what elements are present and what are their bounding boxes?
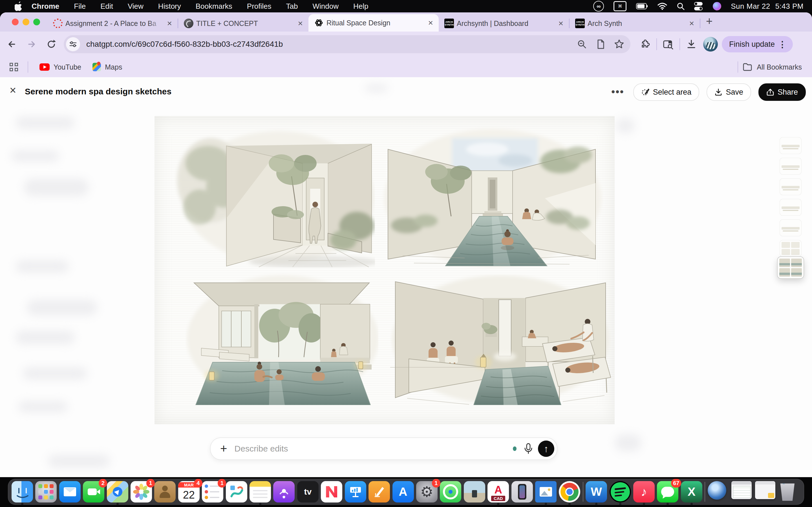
dock-item-apple-tv[interactable]: tv bbox=[297, 481, 319, 503]
browser-menu-kebab-icon[interactable]: ⋮ bbox=[775, 40, 790, 49]
tab-search-icon[interactable] bbox=[660, 36, 676, 52]
thumbnail-elevation-4[interactable] bbox=[780, 199, 801, 216]
menu-bookmarks[interactable]: Bookmarks bbox=[188, 2, 240, 11]
thumbnail-elevation-2[interactable] bbox=[780, 158, 801, 174]
siri-icon[interactable] bbox=[713, 2, 721, 10]
dock-item-chrome[interactable] bbox=[559, 481, 580, 503]
reading-mode-icon[interactable] bbox=[593, 37, 608, 52]
menu-window[interactable]: Window bbox=[305, 2, 346, 11]
finish-update-button[interactable]: Finish update ⋮ bbox=[722, 36, 793, 52]
tab-close-icon[interactable]: × bbox=[688, 19, 696, 27]
share-button[interactable]: Share bbox=[758, 83, 806, 101]
generated-image-canvas[interactable] bbox=[154, 116, 615, 424]
dock-minimized-finder-window[interactable] bbox=[755, 481, 776, 503]
menu-history[interactable]: History bbox=[151, 2, 188, 11]
site-settings-icon[interactable] bbox=[66, 37, 80, 51]
dock-item-notes[interactable] bbox=[250, 481, 271, 503]
dock-item-photos[interactable]: 1 bbox=[131, 481, 152, 503]
dock-item-maps[interactable] bbox=[107, 481, 128, 503]
describe-edits-input[interactable] bbox=[234, 444, 513, 454]
dock-item-autocad[interactable]: A CAD bbox=[488, 481, 509, 503]
dock-item-finder[interactable] bbox=[11, 481, 33, 503]
tab-title-concept[interactable]: TITLE + CONCEPT × bbox=[178, 15, 308, 32]
minimize-window-button[interactable] bbox=[22, 18, 29, 25]
dock-item-spotify[interactable] bbox=[610, 481, 631, 503]
apple-menu-icon[interactable] bbox=[15, 1, 23, 11]
dock-item-image-capture[interactable] bbox=[535, 481, 557, 503]
dock-item-excel[interactable]: X bbox=[681, 481, 702, 503]
all-bookmarks-label[interactable]: All Bookmarks bbox=[757, 63, 802, 71]
dock-item-calendar[interactable]: MAR 22 4 bbox=[178, 481, 200, 503]
dock-minimized-globe-window[interactable] bbox=[708, 481, 729, 503]
close-viewer-icon[interactable]: × bbox=[10, 84, 16, 96]
window-manager-icon[interactable]: ⌘ bbox=[613, 1, 626, 11]
dock-item-contacts[interactable] bbox=[154, 481, 175, 503]
dock-item-reminders[interactable]: 1 bbox=[202, 481, 223, 503]
menu-bar-clock[interactable]: Sun Mar 22 5:43 PM bbox=[731, 2, 804, 11]
dock-item-gallery[interactable] bbox=[464, 481, 485, 503]
dock-item-app-store[interactable]: A bbox=[393, 481, 414, 503]
dock-item-system-settings[interactable]: ⚙ 1 bbox=[416, 481, 438, 503]
close-window-button[interactable] bbox=[12, 18, 18, 25]
address-bar[interactable]: chatgpt.com/c/69c07c6d-f560-832b-bb03-c2… bbox=[64, 35, 630, 53]
thumbnail-sketch-grid-light[interactable] bbox=[780, 240, 801, 257]
menu-chrome[interactable]: Chrome bbox=[23, 2, 66, 11]
thumbnail-sketch-grid-selected[interactable] bbox=[777, 257, 804, 278]
control-center-icon[interactable] bbox=[694, 2, 703, 10]
menu-view[interactable]: View bbox=[120, 2, 151, 11]
dock-item-iphone-mirroring[interactable] bbox=[511, 481, 533, 503]
tab-arch-synth[interactable]: ARCH SYNTH Arch Synth × bbox=[569, 15, 700, 32]
tab-ritual-space-design[interactable]: Ritual Space Design × bbox=[308, 14, 439, 32]
zoom-page-icon[interactable] bbox=[574, 37, 589, 52]
tab-close-icon[interactable]: × bbox=[165, 19, 174, 27]
new-tab-button[interactable]: + bbox=[706, 15, 712, 27]
dock-item-keynote[interactable] bbox=[345, 481, 366, 503]
dock-item-news[interactable] bbox=[321, 481, 342, 503]
thumbnail-elevation-1[interactable] bbox=[780, 137, 801, 154]
dock-minimized-excel-window[interactable] bbox=[731, 481, 753, 503]
reload-button[interactable] bbox=[43, 36, 59, 52]
forward-button[interactable] bbox=[24, 36, 40, 52]
dock-item-find-my[interactable] bbox=[440, 481, 461, 503]
spotlight-icon[interactable] bbox=[677, 2, 684, 10]
profile-avatar[interactable] bbox=[703, 37, 718, 52]
extensions-icon[interactable] bbox=[637, 36, 653, 52]
wifi-icon[interactable] bbox=[658, 3, 667, 10]
dock-item-music[interactable]: ♪ bbox=[633, 481, 655, 503]
tab-close-icon[interactable]: × bbox=[296, 19, 305, 27]
send-button[interactable]: ↑ bbox=[538, 441, 554, 457]
back-button[interactable] bbox=[4, 36, 20, 52]
edit-prompt-composer[interactable]: + ↑ bbox=[210, 438, 557, 460]
dock-item-launchpad[interactable] bbox=[35, 481, 57, 503]
url-text[interactable]: chatgpt.com/c/69c07c6d-f560-832b-bb03-c2… bbox=[86, 40, 574, 49]
battery-icon[interactable] bbox=[636, 3, 648, 9]
dock-item-mail[interactable] bbox=[59, 481, 81, 503]
downloads-icon[interactable] bbox=[683, 36, 699, 52]
menu-profiles[interactable]: Profiles bbox=[240, 2, 279, 11]
dock-item-word[interactable]: W bbox=[586, 481, 607, 503]
apps-grid-icon[interactable] bbox=[10, 63, 18, 71]
thumbnail-elevation-3[interactable] bbox=[780, 179, 801, 195]
tab-close-icon[interactable]: × bbox=[426, 18, 435, 27]
fullscreen-window-button[interactable] bbox=[33, 18, 40, 25]
dock-item-podcasts[interactable] bbox=[273, 481, 295, 503]
menu-edit[interactable]: Edit bbox=[93, 2, 120, 11]
dictate-mic-icon[interactable] bbox=[524, 443, 533, 454]
attach-plus-icon[interactable]: + bbox=[220, 442, 227, 455]
dock-item-messages[interactable]: 67 bbox=[657, 481, 678, 503]
tab-assignment-2[interactable]: Assignment 2 - A Place to Ba × bbox=[47, 15, 177, 32]
creative-cloud-icon[interactable]: ∞ bbox=[593, 1, 604, 11]
bookmark-star-icon[interactable] bbox=[612, 37, 626, 52]
dock-item-trash[interactable] bbox=[779, 481, 801, 503]
tab-close-icon[interactable]: × bbox=[557, 19, 565, 27]
dock-item-facetime[interactable]: 2 bbox=[83, 481, 104, 503]
tab-archsynth-dashboard[interactable]: ARCH SYNTH Archsynth | Dashboard × bbox=[439, 15, 569, 32]
dock-item-freeform[interactable] bbox=[226, 481, 247, 503]
thumbnail-elevation-5[interactable] bbox=[780, 220, 801, 236]
save-button[interactable]: Save bbox=[707, 83, 751, 101]
dock-item-pages[interactable] bbox=[368, 481, 390, 503]
bookmark-youtube[interactable]: YouTube bbox=[40, 63, 81, 71]
menu-tab[interactable]: Tab bbox=[279, 2, 305, 11]
select-area-button[interactable]: Select area bbox=[633, 83, 700, 101]
more-options-icon[interactable]: ••• bbox=[611, 90, 624, 94]
